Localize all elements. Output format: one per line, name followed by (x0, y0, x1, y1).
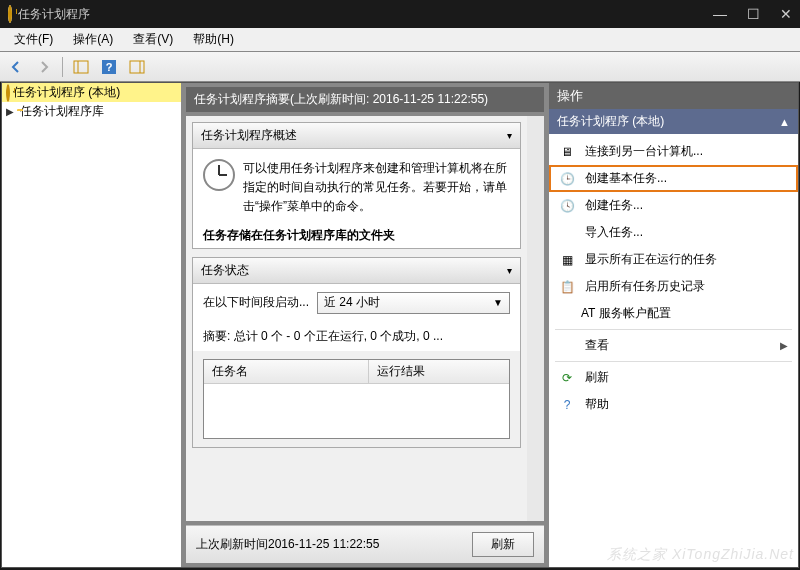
col-result[interactable]: 运行结果 (369, 360, 509, 383)
status-label: 在以下时间段启动... (203, 294, 309, 311)
actions-list: 🖥 连接到另一台计算机... 🕒 创建基本任务... 🕓 创建任务... 导入任… (549, 134, 798, 567)
center-panel: 任务计划程序摘要(上次刷新时间: 2016-11-25 11:22:55) 任务… (182, 83, 548, 567)
status-section: 任务状态 ▾ 在以下时间段启动... 近 24 小时 ▼ 摘要: 总计 0 个 … (192, 257, 521, 448)
menu-help[interactable]: 帮助(H) (183, 29, 244, 50)
action-view[interactable]: 查看 ▶ (549, 332, 798, 359)
action-at-config[interactable]: AT 服务帐户配置 (549, 300, 798, 327)
task-list-header: 任务名 运行结果 (204, 360, 509, 384)
help-button[interactable]: ? (97, 56, 121, 78)
action-enable-history[interactable]: 📋 启用所有任务历史记录 (549, 273, 798, 300)
last-refresh-label: 上次刷新时间2016-11-25 11:22:55 (196, 536, 472, 553)
action-refresh[interactable]: ⟳ 刷新 (549, 364, 798, 391)
clock-icon (203, 159, 235, 191)
actions-subtitle: 任务计划程序 (本地) ▲ (549, 109, 798, 134)
action-import[interactable]: 导入任务... (549, 219, 798, 246)
window-controls: — ☐ ✕ (713, 6, 792, 22)
toolbar-icon-2[interactable] (125, 56, 149, 78)
close-button[interactable]: ✕ (780, 6, 792, 22)
forward-button[interactable] (32, 56, 56, 78)
chevron-down-icon: ▼ (493, 297, 503, 308)
expand-icon[interactable]: ▶ (6, 106, 17, 117)
toolbar: ? (0, 52, 800, 82)
svg-text:?: ? (106, 61, 113, 73)
overview-text2: 任务存储在任务计划程序库的文件夹 (193, 227, 520, 248)
chevron-right-icon: ▶ (780, 340, 788, 351)
overview-header[interactable]: 任务计划程序概述 ▾ (193, 123, 520, 149)
actions-title: 操作 (549, 83, 798, 109)
menu-action[interactable]: 操作(A) (63, 29, 123, 50)
refresh-button[interactable]: 刷新 (472, 532, 534, 557)
titlebar: 任务计划程序 — ☐ ✕ (0, 0, 800, 28)
maximize-button[interactable]: ☐ (747, 6, 760, 22)
tree-root[interactable]: 任务计划程序 (本地) (2, 83, 181, 102)
tree-panel: 任务计划程序 (本地) ▶ 任务计划程序库 (2, 83, 182, 567)
timerange-dropdown[interactable]: 近 24 小时 ▼ (317, 292, 510, 314)
center-content: 任务计划程序概述 ▾ 可以使用任务计划程序来创建和管理计算机将在所指定的时间自动… (186, 116, 527, 521)
menu-file[interactable]: 文件(F) (4, 29, 63, 50)
collapse-icon[interactable]: ▾ (507, 265, 512, 276)
refresh-icon: ⟳ (559, 371, 575, 385)
action-connect[interactable]: 🖥 连接到另一台计算机... (549, 138, 798, 165)
clock-icon (6, 86, 10, 100)
minimize-button[interactable]: — (713, 6, 727, 22)
toolbar-icon-1[interactable] (69, 56, 93, 78)
help-icon: ? (559, 398, 575, 412)
summary-text: 摘要: 总计 0 个 - 0 个正在运行, 0 个成功, 0 ... (193, 322, 520, 351)
collapse-icon[interactable]: ▾ (507, 130, 512, 141)
running-icon: ▦ (559, 253, 575, 267)
action-help[interactable]: ? 帮助 (549, 391, 798, 418)
action-create[interactable]: 🕓 创建任务... (549, 192, 798, 219)
status-filter-row: 在以下时间段启动... 近 24 小时 ▼ (193, 284, 520, 322)
tree-library-label: 任务计划程序库 (20, 103, 104, 120)
menubar: 文件(F) 操作(A) 查看(V) 帮助(H) (0, 28, 800, 52)
scrollbar[interactable] (527, 116, 544, 521)
menu-view[interactable]: 查看(V) (123, 29, 183, 50)
workspace: 任务计划程序 (本地) ▶ 任务计划程序库 任务计划程序摘要(上次刷新时间: 2… (1, 82, 799, 568)
task-icon: 🕒 (559, 172, 575, 186)
action-show-running[interactable]: ▦ 显示所有正在运行的任务 (549, 246, 798, 273)
svg-rect-0 (74, 61, 88, 73)
separator (555, 329, 792, 330)
action-create-basic[interactable]: 🕒 创建基本任务... (549, 165, 798, 192)
overview-body: 可以使用任务计划程序来创建和管理计算机将在所指定的时间自动执行的常见任务。若要开… (193, 149, 520, 227)
col-name[interactable]: 任务名 (204, 360, 369, 383)
task-list: 任务名 运行结果 (203, 359, 510, 439)
separator (555, 361, 792, 362)
overview-section: 任务计划程序概述 ▾ 可以使用任务计划程序来创建和管理计算机将在所指定的时间自动… (192, 122, 521, 249)
footer-bar: 上次刷新时间2016-11-25 11:22:55 刷新 (186, 525, 544, 563)
status-header[interactable]: 任务状态 ▾ (193, 258, 520, 284)
window-title: 任务计划程序 (18, 6, 713, 23)
overview-text: 可以使用任务计划程序来创建和管理计算机将在所指定的时间自动执行的常见任务。若要开… (243, 159, 510, 217)
actions-panel: 操作 任务计划程序 (本地) ▲ 🖥 连接到另一台计算机... 🕒 创建基本任务… (548, 83, 798, 567)
task-icon: 🕓 (559, 199, 575, 213)
computer-icon: 🖥 (559, 145, 575, 159)
app-icon (8, 7, 12, 21)
tree-library[interactable]: ▶ 任务计划程序库 (2, 102, 181, 121)
svg-rect-4 (130, 61, 144, 73)
back-button[interactable] (4, 56, 28, 78)
history-icon: 📋 (559, 280, 575, 294)
tree-root-label: 任务计划程序 (本地) (13, 84, 120, 101)
center-header: 任务计划程序摘要(上次刷新时间: 2016-11-25 11:22:55) (186, 87, 544, 112)
collapse-up-icon[interactable]: ▲ (779, 116, 790, 128)
